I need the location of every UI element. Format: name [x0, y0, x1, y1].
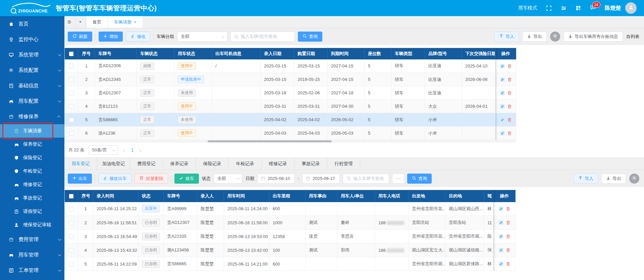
row-checkbox[interactable]: [69, 91, 74, 95]
delete-icon[interactable]: [507, 104, 512, 109]
sidebar-item-保险登记[interactable]: 保险登记: [0, 151, 64, 165]
edit-icon[interactable]: [498, 247, 504, 253]
date-to-input[interactable]: 2025-06-17: [302, 174, 340, 184]
custom-column-label[interactable]: 自列表: [626, 34, 639, 40]
edit-icon[interactable]: [498, 261, 504, 267]
edit-icon[interactable]: [498, 234, 504, 239]
collapse-menu-icon[interactable]: [64, 16, 75, 28]
edit-icon[interactable]: [500, 104, 505, 109]
batch-delete-button[interactable]: 批量删除: [135, 174, 168, 184]
row-checkbox[interactable]: [69, 234, 74, 239]
delete-icon[interactable]: [507, 131, 512, 136]
modify-button[interactable]: 修改: [126, 32, 150, 42]
row-checkbox[interactable]: [69, 104, 74, 109]
table-row[interactable]: 22025-06-16 11:58:51已存档贵AD12307陈楚楚2025-0…: [65, 216, 516, 230]
next-page-icon[interactable]: ›: [138, 147, 143, 153]
delete-icon[interactable]: [506, 262, 511, 266]
current-page[interactable]: 1: [130, 147, 135, 153]
record-tab-保养记录[interactable]: 保养记录: [163, 158, 196, 170]
delete-icon[interactable]: [506, 234, 511, 239]
sidebar-item-监控中心[interactable]: 监控中心: [0, 32, 64, 47]
filter-sliders-icon[interactable]: [561, 5, 567, 11]
edit-icon[interactable]: [498, 220, 504, 225]
more-button[interactable]: ···: [392, 174, 404, 184]
add-button[interactable]: 增加: [99, 32, 123, 42]
date-from-input[interactable]: 2025-06-10: [257, 174, 295, 184]
horizontal-scrollbar[interactable]: [64, 140, 516, 143]
table-row[interactable]: 4贵B12123正常使用中2025-03-312025-03-312027-04…: [65, 100, 516, 113]
row-checkbox[interactable]: [69, 77, 74, 82]
sidebar-item-车辆清册[interactable]: 车辆清册: [0, 124, 64, 138]
record-tab-维修记录[interactable]: 维修记录: [262, 158, 294, 170]
sidebar-item-用车配置[interactable]: 用车配置: [0, 93, 64, 109]
prev-page-icon[interactable]: ‹: [122, 147, 126, 153]
vehicle-search-input[interactable]: 输入车牌/型号查询: [230, 32, 295, 42]
tab-首页[interactable]: 首页: [87, 16, 107, 28]
row-checkbox[interactable]: [69, 262, 74, 267]
edit-icon[interactable]: [500, 77, 505, 82]
record-tab-保险记录[interactable]: 保险记录: [196, 158, 229, 170]
edit-icon[interactable]: [500, 117, 505, 123]
query-button[interactable]: 查询: [298, 32, 322, 42]
username[interactable]: 陈楚楚: [605, 5, 621, 12]
sidebar-item-请假登记[interactable]: 请假登记: [0, 205, 64, 218]
refresh-button[interactable]: 刷新: [68, 32, 92, 42]
tab-车辆清册[interactable]: 车辆清册×: [108, 16, 143, 28]
usage-export-button[interactable]: 导出: [601, 174, 626, 184]
table-row[interactable]: 52025-06-11 14:22:09已存档贵S86665陈楚楚2025-06…: [65, 257, 516, 271]
table-row[interactable]: 12025-06-11 14:25:22出车中贵A99999陈楚楚2025-06…: [65, 202, 516, 216]
sidebar-item-维修登记[interactable]: 维修登记: [0, 178, 64, 191]
table-row[interactable]: 1贵AD12306故障使用中/2025-03-152025-03-152027-…: [65, 59, 516, 73]
export-all-button[interactable]: 导出车辆所有台账信息: [564, 32, 623, 42]
usage-gear-button[interactable]: [629, 174, 639, 184]
row-checkbox[interactable]: [69, 207, 74, 212]
sidebar-item-维修保养[interactable]: 维修保养: [0, 109, 64, 124]
usage-import-button[interactable]: 导入: [574, 174, 598, 184]
row-checkbox[interactable]: [69, 248, 74, 253]
edit-icon[interactable]: [500, 131, 505, 136]
qrcode-icon[interactable]: [576, 5, 581, 11]
return-car-button[interactable]: 收车: [174, 174, 199, 184]
page-size-select[interactable]: 50条/页: [89, 145, 118, 155]
sidebar-item-基础信息[interactable]: 基础信息: [0, 78, 64, 93]
delete-icon[interactable]: [507, 118, 512, 122]
table-row[interactable]: 42025-06-13 15:43:32已存档测A123456陈楚楚2025-0…: [65, 243, 516, 257]
record-tab-加油电登记[interactable]: 加油电登记: [97, 158, 130, 170]
scrollbar-thumb[interactable]: [208, 140, 332, 142]
sidebar-item-保养登记[interactable]: 保养登记: [0, 138, 64, 151]
avatar[interactable]: [625, 2, 637, 14]
delete-icon[interactable]: [507, 64, 512, 68]
plate-search-input[interactable]: 输入车牌号查询: [343, 174, 389, 184]
vehicle-mode-link[interactable]: 用车模式: [518, 5, 537, 11]
delete-icon[interactable]: [506, 220, 511, 225]
modify-depart-button[interactable]: 修改出车: [98, 174, 131, 184]
edit-icon[interactable]: [500, 90, 505, 96]
sidebar-item-首页[interactable]: 首页: [0, 16, 64, 32]
messages-icon[interactable]: 34: [590, 5, 596, 12]
row-checkbox[interactable]: [69, 64, 74, 68]
edit-icon[interactable]: [500, 63, 505, 69]
record-tab-年检记录[interactable]: 年检记录: [229, 158, 262, 170]
status-select[interactable]: 全部: [214, 174, 243, 184]
delete-icon[interactable]: [506, 248, 511, 252]
record-tab-用车登记[interactable]: 用车登记: [64, 158, 97, 170]
export-button[interactable]: 导出: [522, 32, 547, 42]
fullscreen-icon[interactable]: [546, 5, 552, 11]
vehicle-group-select[interactable]: 全部: [177, 32, 227, 42]
usage-query-button[interactable]: 查询: [407, 174, 432, 184]
table-row[interactable]: 2贵AD12345正常申请批准中2025-03-152019-05-152027…: [65, 73, 516, 86]
record-tab-行程管理[interactable]: 行程管理: [327, 158, 360, 170]
table-row[interactable]: 3贵AD12307正常未使用2025-03-182025-02-062027-0…: [65, 86, 516, 100]
table-row[interactable]: 32025-06-13 16:54:49已存档贵A22335陈楚楚2025-06…: [65, 230, 516, 243]
row-checkbox[interactable]: [69, 221, 74, 225]
tabs-dropdown-icon[interactable]: [75, 16, 86, 28]
sidebar-item-系统管理[interactable]: 系统管理: [0, 47, 64, 62]
sidebar-item-工单管理[interactable]: 工单管理: [0, 263, 64, 278]
delete-icon[interactable]: [507, 77, 512, 82]
row-checkbox[interactable]: [69, 118, 74, 122]
table-row[interactable]: 5贵S86665正常未使用2025-04-022025-04-022026-05…: [65, 113, 516, 127]
import-button[interactable]: 导入: [494, 32, 519, 42]
delete-icon[interactable]: [507, 91, 512, 95]
close-tab-icon[interactable]: ×: [134, 19, 137, 25]
edit-icon[interactable]: [498, 206, 504, 212]
